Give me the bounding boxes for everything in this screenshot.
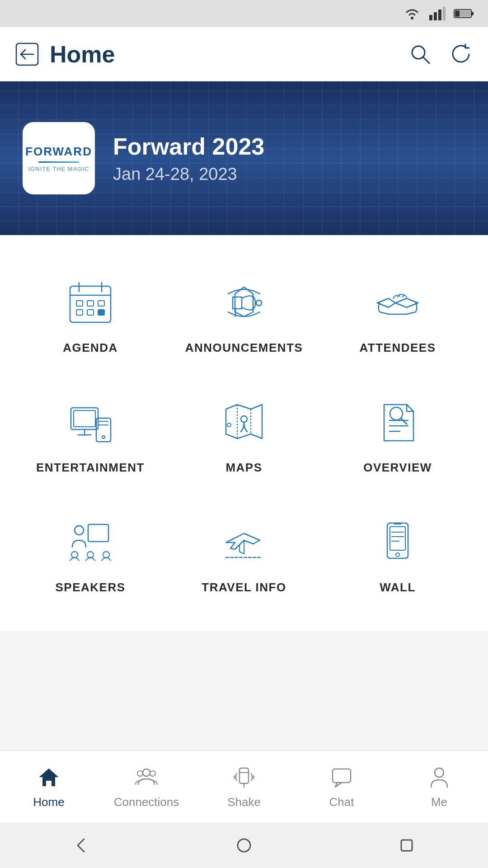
travel-info-label: TRAVEL INFO xyxy=(202,580,286,594)
svg-rect-4 xyxy=(443,7,446,20)
svg-point-0 xyxy=(411,17,413,19)
svg-point-62 xyxy=(435,768,444,777)
svg-point-46 xyxy=(103,552,109,558)
svg-point-45 xyxy=(87,552,94,558)
svg-rect-42 xyxy=(88,524,108,542)
svg-point-36 xyxy=(227,423,231,427)
sys-back-button[interactable] xyxy=(63,832,99,859)
event-info: Forward 2023 Jan 24-28, 2023 xyxy=(113,133,264,184)
nav-connections-label: Connections xyxy=(114,795,179,809)
attendees-label: ATTENDEES xyxy=(359,341,436,355)
svg-rect-22 xyxy=(98,310,104,315)
svg-rect-6 xyxy=(471,12,474,15)
header-actions xyxy=(407,41,474,68)
overview-item[interactable]: OVERVIEW xyxy=(321,373,474,493)
wall-item[interactable]: WALL xyxy=(321,493,474,613)
signal-icon xyxy=(429,7,446,20)
refresh-button[interactable] xyxy=(447,41,474,68)
event-banner: FORWARD IGNITE THE MAGIC Forward 2023 Ja… xyxy=(0,81,488,235)
agenda-item[interactable]: AGENDA xyxy=(14,253,167,373)
maps-item[interactable]: MAPS xyxy=(167,373,321,493)
event-dates: Jan 24-28, 2023 xyxy=(113,165,264,184)
nav-me-label: Me xyxy=(431,795,447,809)
nav-home-label: Home xyxy=(33,795,64,809)
nav-me[interactable]: Me xyxy=(390,751,488,823)
battery-icon xyxy=(454,8,474,19)
svg-rect-2 xyxy=(434,12,437,20)
svg-rect-19 xyxy=(98,301,104,306)
status-bar xyxy=(0,0,488,27)
announcements-label: ANNOUNCEMENTS xyxy=(185,341,303,355)
wifi-icon xyxy=(403,7,421,20)
event-name: Forward 2023 xyxy=(113,133,264,160)
svg-line-12 xyxy=(423,57,429,63)
svg-point-32 xyxy=(102,436,105,439)
svg-rect-3 xyxy=(438,9,441,20)
agenda-label: AGENDA xyxy=(63,341,118,355)
svg-rect-49 xyxy=(390,527,405,550)
wall-icon xyxy=(371,515,425,570)
entertainment-item[interactable]: ENTERTAINMENT xyxy=(14,373,167,493)
svg-rect-20 xyxy=(76,310,83,315)
sys-home-button[interactable] xyxy=(226,832,262,859)
svg-rect-26 xyxy=(74,410,95,427)
svg-rect-8 xyxy=(455,10,460,17)
maps-icon xyxy=(217,396,271,450)
back-button[interactable] xyxy=(14,41,41,68)
svg-rect-61 xyxy=(333,769,351,783)
svg-point-63 xyxy=(238,839,250,852)
svg-point-55 xyxy=(143,769,150,776)
logo-name: FORWARD xyxy=(25,145,92,159)
sys-recents-button[interactable] xyxy=(389,832,425,859)
travel-info-icon xyxy=(217,515,271,570)
announcements-item[interactable]: ANNOUNCEMENTS xyxy=(167,253,321,373)
menu-grid: AGENDA ANNOUNCEMENTS xyxy=(0,235,488,631)
system-navigation xyxy=(0,823,488,868)
svg-point-35 xyxy=(241,416,247,422)
attendees-icon xyxy=(371,276,425,330)
svg-rect-17 xyxy=(76,301,83,306)
svg-rect-1 xyxy=(429,15,432,20)
svg-line-41 xyxy=(401,418,407,424)
svg-point-44 xyxy=(71,552,78,558)
svg-rect-58 xyxy=(239,768,249,783)
nav-home[interactable]: Home xyxy=(0,751,98,823)
announcements-icon xyxy=(217,276,271,330)
travel-info-item[interactable]: TRAVEL INFO xyxy=(167,493,321,613)
overview-icon xyxy=(371,396,425,450)
maps-label: MAPS xyxy=(225,461,262,475)
nav-shake-label: Shake xyxy=(227,795,261,809)
page-title: Home xyxy=(50,41,407,68)
logo-tagline: IGNITE THE MAGIC xyxy=(25,165,92,172)
speakers-item[interactable]: SPEAKERS xyxy=(14,493,167,613)
attendees-item[interactable]: ATTENDEES xyxy=(321,253,474,373)
nav-shake[interactable]: Shake xyxy=(195,751,293,823)
speakers-label: SPEAKERS xyxy=(55,580,125,594)
nav-chat-label: Chat xyxy=(329,795,354,809)
nav-chat[interactable]: Chat xyxy=(293,751,390,823)
header: Home xyxy=(0,27,488,81)
svg-point-43 xyxy=(75,526,84,535)
svg-rect-64 xyxy=(401,840,412,851)
svg-point-50 xyxy=(396,553,399,557)
svg-point-24 xyxy=(256,300,262,306)
search-button[interactable] xyxy=(407,41,434,68)
agenda-icon xyxy=(63,276,117,330)
svg-rect-25 xyxy=(71,408,98,429)
nav-connections[interactable]: Connections xyxy=(98,751,195,823)
entertainment-icon xyxy=(63,396,117,450)
overview-label: OVERVIEW xyxy=(363,461,432,475)
svg-point-56 xyxy=(137,771,143,776)
svg-point-57 xyxy=(150,771,155,776)
svg-rect-18 xyxy=(87,301,94,306)
entertainment-label: ENTERTAINMENT xyxy=(36,461,145,475)
speakers-icon xyxy=(63,515,117,570)
svg-rect-21 xyxy=(87,310,94,315)
wall-label: WALL xyxy=(380,580,416,594)
bottom-navigation: Home Connections Shake xyxy=(0,750,488,823)
event-logo: FORWARD IGNITE THE MAGIC xyxy=(23,122,95,194)
